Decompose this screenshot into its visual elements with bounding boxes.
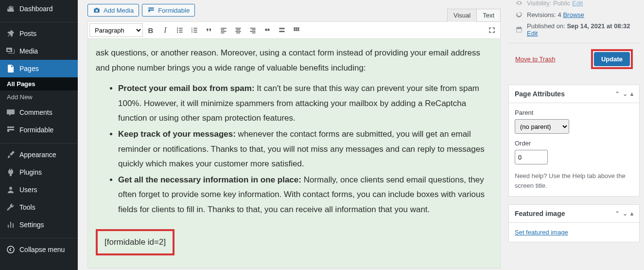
page-attributes-panel: Page Attributes ⌃ ⌄ ▴ Parent (no parent)… [508, 85, 640, 197]
pin-icon [6, 29, 16, 38]
menu-tools[interactable]: Tools [0, 198, 78, 216]
submenu-add-new[interactable]: Add New [0, 90, 78, 104]
formidable-button[interactable]: Formidable [142, 4, 195, 17]
menu-label: Users [19, 186, 37, 194]
menu-label: Appearance [19, 151, 56, 159]
panel-header[interactable]: Page Attributes ⌃ ⌄ ▴ [509, 85, 639, 103]
svg-rect-23 [250, 31, 255, 32]
menu-pages[interactable]: Pages [0, 60, 78, 77]
add-media-button[interactable]: Add Media [87, 4, 139, 17]
svg-rect-13 [221, 28, 226, 29]
menu-label: Posts [19, 30, 36, 37]
toolbar-toggle-button[interactable] [290, 23, 303, 37]
parent-select[interactable]: (no parent) [515, 119, 569, 134]
list-item: Keep track of your messages: whenever th… [118, 127, 492, 172]
caret-up-icon[interactable]: ▴ [630, 210, 633, 217]
editor-column: Add Media Formidable Visual Text Paragra… [87, 0, 501, 269]
published-row: Published on: Sep 14, 2021 at 08:32 Edit [508, 20, 640, 39]
menu-separator [0, 236, 78, 238]
number-list-button[interactable]: 123 [188, 23, 201, 37]
menu-posts[interactable]: Posts [0, 25, 78, 42]
parent-label: Parent [515, 109, 633, 116]
menu-plugins[interactable]: Plugins [0, 163, 78, 181]
media-icon [6, 46, 16, 56]
svg-rect-6 [179, 32, 182, 33]
formidable-icon [147, 6, 155, 14]
svg-rect-2 [179, 28, 182, 29]
chevron-down-icon[interactable]: ⌄ [623, 90, 627, 97]
menu-media[interactable]: Media [0, 42, 78, 60]
svg-text:3: 3 [191, 31, 193, 34]
update-highlight: Update [591, 49, 633, 69]
submenu-all-pages[interactable]: All Pages [0, 77, 78, 90]
edit-visibility-link[interactable]: Edit [572, 0, 583, 7]
pages-icon [6, 64, 16, 73]
order-label: Order [515, 140, 633, 147]
editor-content[interactable]: ask questions, or another reason. Moreov… [87, 39, 501, 269]
align-left-button[interactable] [217, 23, 230, 37]
camera-icon [93, 6, 101, 14]
tab-text[interactable]: Text [476, 9, 501, 22]
svg-rect-20 [236, 33, 240, 34]
menu-label: Plugins [19, 168, 42, 176]
format-select[interactable]: Paragraph [89, 23, 143, 37]
bullet-list-button[interactable] [173, 23, 187, 37]
editor-tabs: Visual Text [447, 9, 501, 22]
list-item: Get all the necessary information in one… [118, 173, 492, 217]
panel-header[interactable]: Featured image ⌃ ⌄ ▴ [509, 205, 639, 223]
align-right-button[interactable] [246, 23, 260, 37]
menu-dashboard[interactable]: Dashboard [0, 0, 78, 18]
menu-collapse[interactable]: Collapse menu [0, 241, 78, 258]
user-icon [6, 185, 16, 195]
set-featured-image-link[interactable]: Set featured image [515, 229, 568, 236]
svg-rect-22 [252, 29, 255, 30]
fullscreen-button[interactable] [485, 23, 499, 37]
move-to-trash-link[interactable]: Move to Trash [515, 55, 555, 63]
update-button[interactable]: Update [594, 52, 630, 66]
formidable-icon [6, 125, 16, 135]
menu-label: Settings [19, 221, 44, 229]
dashboard-icon [6, 4, 16, 14]
svg-rect-25 [266, 30, 269, 30]
svg-rect-31 [297, 27, 299, 29]
menu-formidable[interactable]: Formidable [0, 121, 78, 139]
tab-visual[interactable]: Visual [447, 9, 476, 22]
add-media-label: Add Media [104, 7, 134, 14]
italic-button[interactable]: I [158, 23, 172, 37]
menu-settings[interactable]: Settings [0, 216, 78, 234]
order-input[interactable] [515, 150, 548, 164]
menu-comments[interactable]: Comments [0, 104, 78, 121]
blockquote-button[interactable] [202, 23, 216, 37]
admin-sidebar: Dashboard Posts Media Pages All Pages Ad… [0, 0, 78, 270]
menu-label: Comments [19, 108, 52, 116]
featured-image-panel: Featured image ⌃ ⌄ ▴ Set featured image [508, 204, 640, 242]
link-button[interactable] [261, 23, 274, 37]
chevron-up-icon[interactable]: ⌃ [615, 210, 620, 217]
settings-icon [6, 220, 16, 230]
panel-title: Page Attributes [515, 90, 565, 98]
menu-label: Media [19, 47, 38, 55]
svg-rect-33 [296, 29, 297, 31]
wrench-icon [6, 202, 16, 212]
svg-rect-16 [221, 33, 224, 34]
media-buttons-row: Add Media Formidable [87, 0, 501, 21]
bold-button[interactable]: B [144, 23, 157, 37]
menu-label: Pages [19, 65, 39, 72]
browse-revisions-link[interactable]: Browse [563, 11, 584, 18]
menu-appearance[interactable]: Appearance [0, 146, 78, 163]
chevron-up-icon[interactable]: ⌃ [615, 90, 620, 97]
svg-rect-27 [279, 30, 284, 30]
caret-up-icon[interactable]: ▴ [630, 90, 633, 97]
svg-rect-4 [179, 30, 182, 31]
plug-icon [6, 167, 16, 177]
readmore-button[interactable] [275, 23, 289, 37]
menu-users[interactable]: Users [0, 181, 78, 198]
chevron-down-icon[interactable]: ⌄ [623, 210, 627, 217]
align-center-button[interactable] [231, 23, 245, 37]
svg-rect-32 [294, 29, 295, 31]
menu-label: Dashboard [19, 5, 53, 13]
edit-date-link[interactable]: Edit [527, 30, 538, 37]
brush-icon [6, 150, 16, 160]
comment-icon [6, 108, 16, 117]
content-list: Protect your email box from spam: It can… [96, 81, 492, 217]
